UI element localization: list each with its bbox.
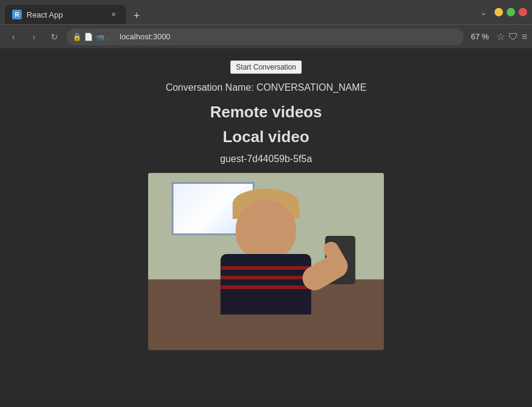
doc-icon: 📄 bbox=[84, 33, 93, 41]
shield-icon[interactable]: 🛡 bbox=[508, 31, 518, 42]
lock-icon: 🔒 bbox=[73, 33, 82, 41]
camera-icon: 📹 bbox=[96, 33, 105, 41]
address-security-icons: 🔒 📄 📹 🎥 bbox=[73, 33, 116, 41]
conversation-name-label: Conversation Name: CONVERSATION_NAME bbox=[166, 82, 366, 93]
close-button[interactable] bbox=[519, 8, 527, 16]
address-text: localhost:3000 bbox=[120, 32, 458, 41]
tab-close-button[interactable]: × bbox=[109, 10, 118, 19]
body bbox=[221, 254, 311, 314]
reload-button[interactable]: ↻ bbox=[46, 28, 63, 45]
start-conversation-button[interactable]: Start Conversation bbox=[230, 60, 301, 74]
window-controls bbox=[495, 8, 527, 16]
local-video-container bbox=[148, 173, 384, 350]
shirt-stripe-2 bbox=[221, 276, 311, 279]
local-video-heading: Local video bbox=[222, 128, 309, 146]
person bbox=[201, 200, 331, 314]
forward-button[interactable]: › bbox=[25, 28, 42, 45]
bookmark-icon[interactable]: ☆ bbox=[496, 31, 505, 42]
back-button[interactable]: ‹ bbox=[5, 28, 22, 45]
shirt-stripe-3 bbox=[221, 285, 311, 289]
video-placeholder bbox=[148, 173, 384, 350]
navigation-bar: ‹ › ↻ 🔒 📄 📹 🎥 localhost:3000 67 % ☆ 🛡 ≡ bbox=[0, 24, 532, 48]
tab-favicon: R bbox=[12, 10, 22, 19]
address-bar[interactable]: 🔒 📄 📹 🎥 localhost:3000 bbox=[66, 28, 464, 45]
guest-id-label: guest-7d44059b-5f5a bbox=[220, 154, 312, 164]
tab-area: R React App × + bbox=[5, 0, 478, 24]
nav-right-controls: 🛡 ≡ bbox=[508, 31, 527, 42]
browser-window: R React App × + ⌄ ‹ › ↻ 🔒 📄 📹 🎥 localh bbox=[0, 0, 532, 407]
head bbox=[236, 200, 296, 260]
active-tab[interactable]: R React App × bbox=[5, 5, 126, 24]
zoom-level: 67 % bbox=[467, 31, 493, 42]
new-tab-button[interactable]: + bbox=[128, 7, 145, 24]
tab-chevron-icon[interactable]: ⌄ bbox=[480, 7, 487, 17]
maximize-button[interactable] bbox=[507, 8, 515, 16]
video-icon: 🎥 bbox=[107, 33, 116, 41]
title-bar: R React App × + ⌄ bbox=[0, 0, 532, 24]
shirt-stripe-1 bbox=[221, 266, 311, 270]
menu-icon[interactable]: ≡ bbox=[522, 31, 527, 42]
minimize-button[interactable] bbox=[495, 8, 503, 16]
remote-videos-heading: Remote videos bbox=[210, 103, 322, 122]
tab-title: React App bbox=[27, 10, 104, 19]
page-content: Start Conversation Conversation Name: CO… bbox=[0, 48, 532, 407]
